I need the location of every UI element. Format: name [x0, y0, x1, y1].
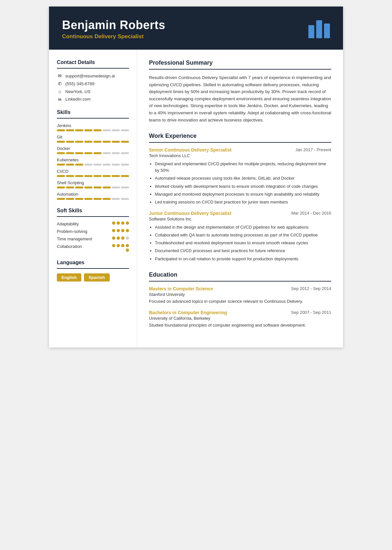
bar-2 [316, 20, 322, 38]
resume-container: Benjamin Roberts Continuous Delivery Spe… [49, 7, 343, 348]
location-icon: ⌂ [57, 89, 63, 94]
contact-title: Contact Details [57, 59, 129, 65]
job-junior-title: Junior Continuous Delivery Specialist [149, 211, 231, 216]
edu-bachelors-desc: Studied foundational principles of compu… [149, 322, 331, 329]
edu-bachelors-degree: Bachelors in Computer Engineering [149, 310, 227, 315]
skill-git: Git [57, 135, 129, 143]
summary-text: Results-driven Continuous Delivery Speci… [149, 74, 331, 123]
time-dots [112, 236, 129, 240]
lang-english: English [57, 273, 81, 282]
lang-spanish: Spanish [84, 273, 110, 282]
job-junior-company: Software Solutions Inc. [149, 217, 331, 221]
collab-dots [109, 244, 129, 252]
soft-skill-time-management: Time management [57, 236, 129, 241]
skill-cicd: CI/CD [57, 169, 129, 177]
job-junior-dates: Mar 2014 - Dec 2016 [291, 211, 331, 216]
soft-skills-title: Soft Skills [57, 208, 129, 214]
education-divider [149, 281, 331, 282]
contact-phone: ✆ (555) 345-6789 [57, 81, 129, 86]
summary-divider [149, 69, 331, 70]
phone-icon: ✆ [57, 81, 63, 86]
skill-jenkins-name: Jenkins [57, 123, 129, 128]
soft-skill-time-name: Time management [57, 236, 92, 241]
sidebar: Contact Details ✉ support@resumedesign.a… [49, 50, 137, 348]
skill-cicd-bar [57, 175, 129, 177]
bar-3 [324, 24, 330, 38]
skill-kubernetes-name: Kubernetes [57, 157, 129, 162]
skill-shell-bar [57, 186, 129, 188]
languages-section: Languages English Spanish [57, 260, 129, 282]
work-experience-section: Work Experience Senior Continuous Delive… [149, 133, 331, 262]
languages-divider [57, 268, 129, 269]
contact-email: ✉ support@resumedesign.ai [57, 73, 129, 78]
edu-masters-degree: Masters in Computer Science [149, 286, 213, 291]
skill-jenkins: Jenkins [57, 123, 129, 131]
skill-jenkins-bar [57, 129, 129, 131]
job-senior-title: Senior Continuous Delivery Specialist [149, 147, 232, 153]
edu-bachelors: Bachelors in Computer Engineering Sep 20… [149, 310, 331, 329]
skill-automation-name: Automation [57, 192, 129, 197]
skill-git-name: Git [57, 135, 129, 139]
work-divider [149, 142, 331, 143]
language-tags: English Spanish [57, 273, 129, 282]
main-content: Professional Summary Results-driven Cont… [137, 50, 343, 348]
soft-skills-section: Soft Skills Adaptability Problem-solving… [57, 208, 129, 252]
skill-kubernetes-bar [57, 164, 129, 166]
skill-shell: Shell Scripting [57, 180, 129, 188]
summary-title: Professional Summary [149, 59, 331, 66]
job-junior: Junior Continuous Delivery Specialist Ma… [149, 211, 331, 262]
skill-docker-name: Docker [57, 146, 129, 151]
skill-automation-bar [57, 198, 129, 200]
education-title: Education [149, 271, 331, 278]
job-junior-header: Junior Continuous Delivery Specialist Ma… [149, 211, 331, 216]
bullet-item: Participated in on-call rotation to prov… [155, 256, 331, 262]
job-junior-bullets: Assisted in the design and implementatio… [149, 224, 331, 262]
job-senior-dates: Jan 2017 - Present [295, 147, 331, 152]
skills-title: Skills [57, 109, 129, 115]
soft-skill-adaptability-name: Adaptability [57, 221, 79, 226]
skills-section: Skills Jenkins Git [57, 109, 129, 200]
soft-skill-collaboration: Collaboration [57, 244, 129, 252]
summary-section: Professional Summary Results-driven Cont… [149, 59, 331, 123]
edu-masters-desc: Focused on advanced topics in computer s… [149, 298, 331, 305]
body: Contact Details ✉ support@resumedesign.a… [49, 50, 343, 348]
problem-dots [112, 229, 129, 232]
linkedin-text: LinkedIn.com [65, 97, 90, 102]
soft-skill-problem-name: Problem-solving [57, 229, 87, 234]
skill-shell-name: Shell Scripting [57, 180, 129, 185]
bullet-item: Automated release processes using tools … [155, 175, 331, 182]
edu-masters-school: Stanford University [149, 292, 331, 297]
skill-kubernetes: Kubernetes [57, 157, 129, 166]
bullet-item: Troubleshooted and resolved deployment i… [155, 240, 331, 246]
bullet-item: Assisted in the design and implementatio… [155, 224, 331, 231]
bar-1 [308, 25, 314, 38]
job-senior-company: Tech Innovations LLC [149, 153, 331, 158]
skill-docker: Docker [57, 146, 129, 154]
location-text: NewYork, US [65, 89, 90, 94]
skills-divider [57, 118, 129, 119]
bullet-item: Designed and implemented CI/CD pipelines… [155, 161, 331, 174]
bullet-item: Collaborated with QA team to automate te… [155, 232, 331, 238]
contact-divider [57, 68, 129, 69]
soft-skills-divider [57, 216, 129, 217]
skill-docker-bar [57, 152, 129, 154]
job-senior-header: Senior Continuous Delivery Specialist Ja… [149, 147, 331, 153]
linkedin-icon: in [57, 97, 63, 101]
skill-automation: Automation [57, 192, 129, 200]
soft-skill-problem-solving: Problem-solving [57, 229, 129, 234]
candidate-title: Continuous Delivery Specialist [62, 33, 165, 40]
soft-skill-adaptability: Adaptability [57, 221, 129, 226]
edu-masters-header: Masters in Computer Science Sep 2012 - S… [149, 286, 331, 291]
skill-git-bar [57, 141, 129, 143]
bullet-item: Led training sessions on CI/CD best prac… [155, 199, 331, 205]
job-senior-bullets: Designed and implemented CI/CD pipelines… [149, 161, 331, 205]
header-decoration [308, 20, 330, 38]
header: Benjamin Roberts Continuous Delivery Spe… [49, 7, 343, 50]
education-section: Education Masters in Computer Science Se… [149, 271, 331, 329]
edu-masters-dates: Sep 2012 - Sep 2014 [291, 286, 331, 291]
bullet-item: Worked closely with development teams to… [155, 183, 331, 190]
contact-section: Contact Details ✉ support@resumedesign.a… [57, 59, 129, 102]
adaptability-dots [112, 221, 129, 225]
work-title: Work Experience [149, 133, 331, 139]
header-left: Benjamin Roberts Continuous Delivery Spe… [62, 18, 165, 40]
